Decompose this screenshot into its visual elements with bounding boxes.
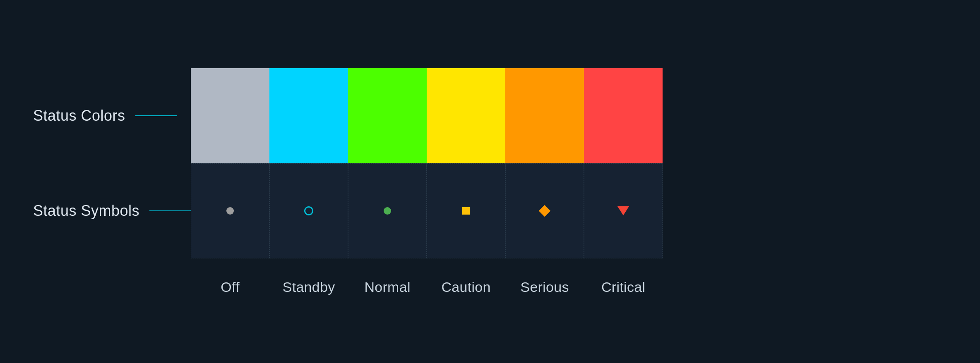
swatch-caution: Caution	[427, 68, 505, 295]
swatch-serious: Serious	[505, 68, 584, 295]
main-container: Status Colors Status Symbols Off Standby	[0, 68, 980, 295]
symbol-standby-icon	[304, 206, 313, 215]
status-symbols-label: Status Symbols	[33, 202, 139, 220]
symbol-block-critical	[584, 163, 663, 258]
swatch-label-critical: Critical	[601, 279, 645, 295]
symbol-block-normal	[348, 163, 427, 258]
symbol-block-caution	[427, 163, 505, 258]
status-symbols-line	[149, 210, 191, 211]
color-block-standby	[269, 68, 348, 163]
color-block-critical	[584, 68, 663, 163]
swatch-off: Off	[191, 68, 269, 295]
status-colors-label: Status Colors	[33, 107, 125, 124]
swatch-label-standby: Standby	[283, 279, 335, 295]
symbol-block-serious	[505, 163, 584, 258]
labels-column: Status Colors Status Symbols	[33, 68, 191, 258]
symbol-normal-icon	[384, 207, 391, 215]
swatch-label-off: Off	[221, 279, 240, 295]
color-block-serious	[505, 68, 584, 163]
swatches-container: Off Standby Normal Caution	[191, 68, 663, 295]
swatch-normal: Normal	[348, 68, 427, 295]
swatch-label-serious: Serious	[520, 279, 569, 295]
symbol-caution-icon	[462, 207, 470, 215]
status-colors-label-row: Status Colors	[33, 68, 191, 163]
status-symbols-label-row: Status Symbols	[33, 163, 191, 258]
swatch-critical: Critical	[584, 68, 663, 295]
swatch-standby: Standby	[269, 68, 348, 295]
symbol-block-off	[191, 163, 269, 258]
color-block-caution	[427, 68, 505, 163]
status-colors-line	[135, 115, 177, 116]
symbol-block-standby	[269, 163, 348, 258]
symbol-off-icon	[226, 207, 234, 215]
swatch-label-normal: Normal	[364, 279, 410, 295]
color-block-normal	[348, 68, 427, 163]
swatch-label-caution: Caution	[441, 279, 490, 295]
symbol-serious-icon	[539, 205, 550, 216]
symbol-critical-icon	[617, 206, 629, 215]
color-block-off	[191, 68, 269, 163]
